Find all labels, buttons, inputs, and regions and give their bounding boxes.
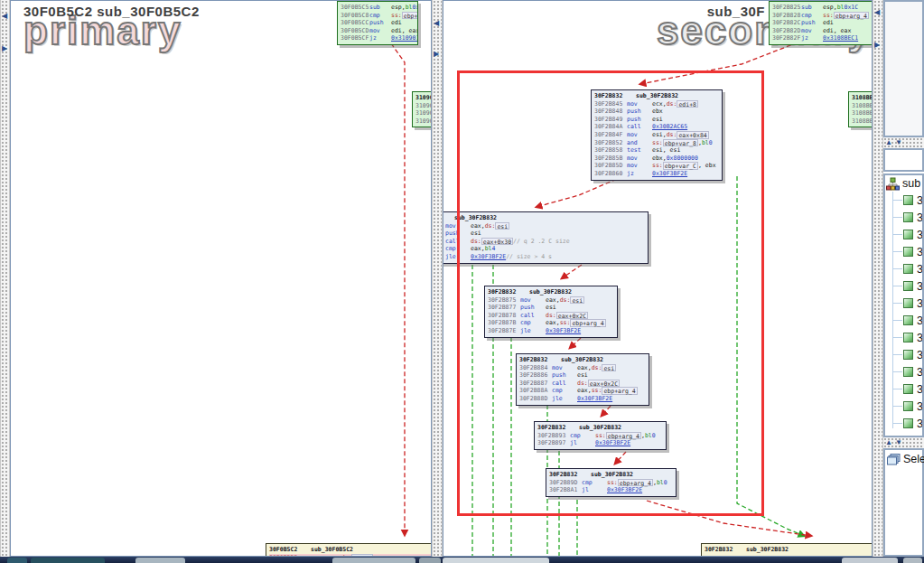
- sidebar-empty-panel: [883, 0, 924, 137]
- edge-red-primary: [391, 43, 405, 535]
- asm-line: 3108BED4: [852, 117, 873, 126]
- basic-block-right-green[interactable]: 310901F2310901F2310901F7310901FC: [412, 91, 432, 127]
- block-header: 30F2B832sub_30F2B832: [705, 546, 869, 554]
- primary-edge-layer: [11, 1, 432, 557]
- selection-rectangle: [457, 70, 764, 516]
- block-icon: [903, 418, 913, 428]
- basic-block-entry-green[interactable]: 30F0B5C5subesp, bl 0x1C30F0B5C8cmpss: eb…: [337, 1, 418, 45]
- collapse-up-icon[interactable]: ▲: [885, 138, 892, 147]
- collapse-left-icon[interactable]: ◀: [2, 13, 7, 20]
- block-icon: [903, 298, 913, 308]
- expand-down-icon[interactable]: ▼: [895, 438, 902, 447]
- tree-item-label: 3: [917, 297, 923, 310]
- tree-item[interactable]: 3: [885, 226, 922, 243]
- function-graph-icon: [886, 177, 900, 191]
- taskbar[interactable]: [0, 557, 924, 563]
- tree-item[interactable]: 3: [885, 295, 922, 312]
- asm-line: 30F0B5CCpushedi: [341, 19, 415, 27]
- primary-graph-pane[interactable]: primary 30F0B5C2 sub_30F0B5C2 30F0B5C5su…: [10, 0, 432, 557]
- function-tree-panel[interactable]: sub 333333333333333: [883, 174, 924, 437]
- selection-row[interactable]: Sele: [885, 450, 922, 468]
- asm-line: 30F0B5C5subesp, bl 0x1C: [341, 4, 415, 12]
- asm-line: 30F2B82Cpushedi: [772, 19, 873, 27]
- tree-item[interactable]: 3: [885, 415, 922, 432]
- splitter-left[interactable]: ◀ ▶: [0, 0, 10, 557]
- taskbar-button[interactable]: [903, 558, 922, 563]
- asm-line: 30F0B5CFjz0x310901F2: [341, 34, 415, 42]
- collapse-left-icon[interactable]: ◀: [434, 20, 439, 27]
- tree-item[interactable]: 3: [885, 209, 922, 226]
- tree-item[interactable]: 3: [885, 260, 922, 277]
- taskbar-button[interactable]: [443, 558, 549, 563]
- block-icon: [903, 401, 913, 411]
- tree-item[interactable]: 3: [885, 312, 922, 329]
- asm-line: 30F2B825subesp, bl 0x1C: [772, 4, 873, 12]
- block-icon: [903, 350, 913, 360]
- sidebar-filter-input[interactable]: [883, 148, 924, 172]
- expand-down-icon[interactable]: ▼: [895, 138, 902, 147]
- block-icon: [903, 247, 913, 257]
- block-icon: [903, 333, 913, 342]
- splitter-right[interactable]: ◀ ▶: [873, 0, 883, 557]
- splitter-middle[interactable]: ◀ ▶: [432, 0, 443, 557]
- tree-root-item[interactable]: sub: [885, 175, 922, 192]
- tree-item-label: 3: [917, 314, 923, 327]
- block-icon: [903, 230, 913, 239]
- tree-item-label: 3: [917, 246, 923, 258]
- asm-line: 3108BEC1: [852, 102, 873, 110]
- block-icon: [903, 315, 913, 325]
- tree-item[interactable]: 3: [885, 277, 922, 295]
- basic-block-right-green[interactable]: 3108BEC13108BEC13108BED03108BED4: [848, 91, 873, 127]
- asm-line: 310901F7: [415, 109, 432, 117]
- asm-line: 30F2B828cmpss: ebp+arg_4: [772, 12, 873, 20]
- expand-right-icon[interactable]: ▶: [2, 45, 7, 52]
- selection-panel: Sele: [883, 448, 924, 557]
- secondary-graph-pane[interactable]: secondary sub_30F: [443, 0, 873, 557]
- tree-item[interactable]: 3: [885, 192, 922, 209]
- taskbar-button[interactable]: [135, 558, 185, 563]
- taskbar-button[interactable]: [332, 558, 415, 563]
- basic-block-bottom-beige[interactable]: 30F0B5C2sub_30F0B5C230F0B5D5movecx, ds: …: [266, 543, 432, 557]
- block-header: 3108BEC1: [852, 94, 873, 102]
- layers-icon: [887, 454, 901, 465]
- tree-item-label: 3: [917, 229, 923, 241]
- primary-title: 30F0B5C2 sub_30F0B5C2: [23, 4, 200, 19]
- block-icon: [903, 281, 913, 291]
- tree-item[interactable]: 3: [885, 243, 922, 260]
- diff-graph-window: ◀ ▶ primary 30F0B5C2 sub_30F0B5C2 30F0B5…: [0, 0, 924, 563]
- block-icon: [903, 367, 913, 377]
- tree-item[interactable]: 3: [885, 398, 922, 415]
- tree-item[interactable]: 3: [885, 380, 922, 398]
- tree-items: 333333333333333: [885, 192, 922, 437]
- block-header: 310901F2: [415, 94, 432, 102]
- selection-label: Sele: [903, 453, 924, 465]
- tree-item-label: 3: [917, 383, 923, 396]
- tree-item[interactable]: 3: [885, 363, 922, 380]
- asm-line: 3108BED0: [852, 109, 873, 117]
- sidebar: ▲ ▼ sub 333333333333333 ▲ ▼: [883, 0, 924, 557]
- tree-item-label: 3: [917, 366, 923, 379]
- tree-item-label: 3: [917, 194, 923, 207]
- expand-right-icon[interactable]: ▶: [434, 51, 439, 58]
- taskbar-button[interactable]: [842, 558, 898, 563]
- expand-right-icon[interactable]: ▶: [874, 42, 880, 49]
- tree-item[interactable]: 3: [885, 346, 922, 363]
- tree-item-label: 3: [917, 280, 923, 293]
- collapse-left-icon[interactable]: ◀: [874, 9, 880, 16]
- basic-block-bottom-beige[interactable]: 30F2B832sub_30F2B832: [701, 543, 873, 557]
- asm-line: 310901FC: [415, 117, 432, 126]
- tree-item-label: 3: [917, 263, 923, 276]
- tree-item-label: 3: [917, 400, 923, 413]
- block-header: 30F0B5C2sub_30F0B5C2: [269, 546, 432, 554]
- basic-block-entry-green[interactable]: 30F2B825subesp, bl 0x1C30F2B828cmpss: eb…: [769, 1, 873, 45]
- sidebar-splitter-bottom[interactable]: ▲ ▼: [883, 437, 924, 448]
- taskbar-button[interactable]: [419, 558, 441, 563]
- tree-item[interactable]: 3: [885, 329, 922, 346]
- taskbar-button[interactable]: [31, 558, 105, 563]
- taskbar-button[interactable]: [7, 558, 27, 563]
- sidebar-splitter-top[interactable]: ▲ ▼: [883, 137, 924, 148]
- block-icon: [903, 384, 913, 394]
- asm-line: 310901F2: [415, 102, 432, 110]
- tree-item-label: 3: [917, 211, 923, 224]
- collapse-up-icon[interactable]: ▲: [885, 438, 892, 447]
